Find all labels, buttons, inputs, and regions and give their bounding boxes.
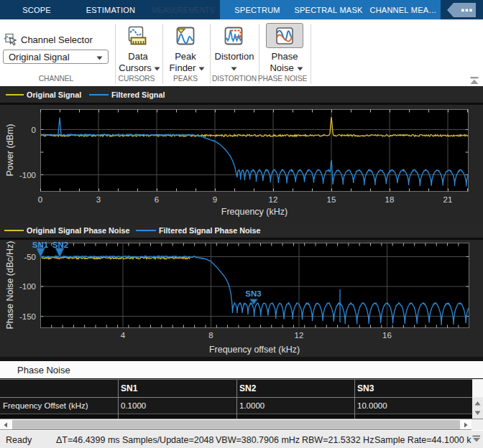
svg-text:Power (dBm): Power (dBm)	[5, 124, 15, 177]
svg-text:-100: -100	[19, 171, 36, 179]
svg-text:15: 15	[327, 195, 336, 204]
svg-text:-50: -50	[24, 253, 36, 261]
svg-text:4: 4	[121, 331, 126, 340]
svg-text:6: 6	[155, 195, 159, 204]
svg-text:12: 12	[269, 195, 278, 204]
svg-text:21: 21	[443, 195, 453, 204]
svg-text:Frequency (kHz): Frequency (kHz)	[221, 207, 288, 217]
svg-text:SN3: SN3	[245, 289, 261, 298]
svg-text:8: 8	[208, 331, 213, 340]
svg-text:18: 18	[385, 195, 395, 204]
svg-text:12: 12	[295, 331, 304, 340]
svg-text:0: 0	[32, 126, 36, 134]
svg-text:-100: -100	[19, 282, 36, 291]
svg-text:SN1: SN1	[32, 241, 49, 249]
svg-text:9: 9	[213, 195, 217, 204]
svg-text:0: 0	[38, 195, 42, 204]
svg-text:-150: -150	[19, 312, 36, 321]
svg-text:Phase Noise (dBc/Hz): Phase Noise (dBc/Hz)	[5, 241, 15, 330]
svg-text:Frequency offset (kHz): Frequency offset (kHz)	[209, 345, 300, 355]
svg-text:SN2: SN2	[52, 241, 68, 249]
svg-text:16: 16	[382, 331, 392, 340]
svg-text:3: 3	[96, 195, 101, 204]
